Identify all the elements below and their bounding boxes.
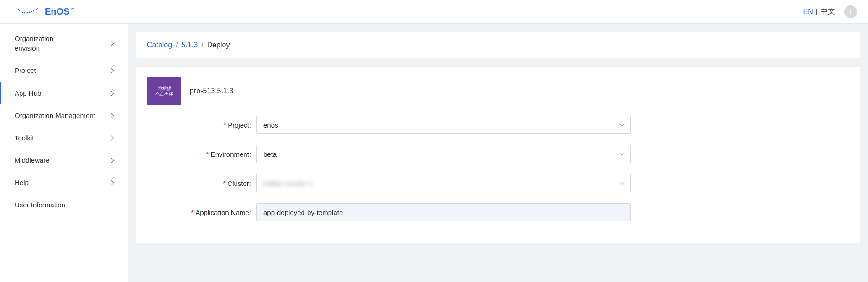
- sidebar-item-middleware[interactable]: Middleware: [0, 149, 128, 171]
- chevron-right-icon: [109, 113, 114, 118]
- sidebar-item-help[interactable]: Help: [0, 171, 128, 194]
- sidebar-item-apphub[interactable]: App Hub: [0, 82, 128, 104]
- form-row-appname: *Application Name:: [147, 203, 849, 221]
- language-switch: EN | 中文: [803, 7, 835, 16]
- svg-point-11: [36, 9, 37, 10]
- logo-text: EnOS™: [45, 6, 74, 17]
- breadcrumb-version-link[interactable]: 5.1.3: [182, 41, 198, 49]
- svg-point-4: [24, 12, 25, 13]
- sidebar-item-label: Middleware: [15, 155, 50, 165]
- chevron-down-icon: [619, 179, 624, 185]
- svg-point-6: [27, 12, 29, 13]
- environment-select[interactable]: beta: [256, 145, 631, 163]
- svg-point-7: [29, 11, 31, 13]
- cluster-select[interactable]: hidden-cluster-1: [256, 174, 631, 192]
- svg-point-12: [37, 8, 38, 9]
- svg-point-5: [26, 12, 27, 14]
- breadcrumb: Catalog / 5.1.3 / Deploy: [136, 32, 860, 58]
- sidebar-item-label: Toolkit: [15, 133, 34, 143]
- chevron-right-icon: [109, 41, 114, 46]
- form-row-project: *Project: enos: [147, 116, 849, 134]
- environment-label: *Environment:: [147, 150, 256, 158]
- sidebar-item-label: Help: [15, 178, 29, 187]
- svg-point-2: [21, 10, 21, 11]
- breadcrumb-current: Deploy: [207, 41, 230, 49]
- lang-separator: |: [816, 8, 818, 16]
- app-header: 为梦想不止不休 pro-513 5.1.3: [147, 77, 849, 105]
- sidebar-item-label: User Information: [15, 200, 65, 210]
- breadcrumb-separator: /: [176, 41, 178, 49]
- form-row-cluster: *Cluster: hidden-cluster-1: [147, 174, 849, 192]
- project-select[interactable]: enos: [256, 116, 631, 134]
- logo[interactable]: EnOS™: [16, 6, 74, 17]
- cluster-label: *Cluster:: [147, 179, 256, 187]
- sidebar-item-project[interactable]: Project: [0, 59, 128, 82]
- svg-point-1: [19, 10, 20, 10]
- sidebar-item-organization[interactable]: Organizationenvision: [0, 27, 128, 59]
- logo-swoosh-icon: [16, 7, 42, 16]
- chevron-right-icon: [109, 91, 114, 96]
- chevron-right-icon: [109, 158, 114, 163]
- svg-point-9: [33, 10, 34, 11]
- sidebar-item-userinfo[interactable]: User Information: [0, 194, 128, 216]
- sidebar-item-orgmgmt[interactable]: Organization Management: [0, 104, 128, 127]
- sidebar: Organizationenvision Project App Hub Org…: [0, 24, 128, 282]
- layout: Organizationenvision Project App Hub Org…: [0, 24, 868, 282]
- sidebar-item-label: Project: [15, 66, 36, 75]
- chevron-right-icon: [109, 68, 114, 73]
- top-header: EnOS™ EN | 中文 j: [0, 0, 868, 24]
- chevron-right-icon: [109, 180, 114, 185]
- sidebar-item-label: Organization Management: [15, 111, 95, 120]
- chevron-down-icon: [619, 150, 624, 155]
- lang-en-link[interactable]: EN: [803, 8, 813, 16]
- sidebar-item-toolkit[interactable]: Toolkit: [0, 127, 128, 149]
- chevron-down-icon: [619, 121, 624, 126]
- svg-point-10: [35, 9, 36, 10]
- app-title: pro-513 5.1.3: [190, 87, 233, 95]
- appname-input[interactable]: [256, 203, 631, 221]
- form-row-environment: *Environment: beta: [147, 145, 849, 163]
- lang-cn-link[interactable]: 中文: [821, 7, 835, 16]
- main-content: Catalog / 5.1.3 / Deploy 为梦想不止不休 pro-513…: [128, 24, 868, 282]
- sidebar-item-label: App Hub: [15, 88, 41, 98]
- project-label: *Project:: [147, 121, 256, 129]
- chevron-right-icon: [109, 135, 114, 140]
- breadcrumb-catalog-link[interactable]: Catalog: [147, 41, 172, 49]
- project-select-value: enos: [263, 121, 278, 129]
- avatar[interactable]: j: [844, 5, 857, 18]
- app-thumbnail: 为梦想不止不休: [147, 77, 181, 105]
- svg-point-8: [31, 11, 32, 12]
- deploy-form-panel: 为梦想不止不休 pro-513 5.1.3 *Project: enos *En…: [136, 67, 860, 243]
- header-right: EN | 中文 j: [803, 5, 857, 18]
- svg-point-0: [18, 8, 19, 9]
- sidebar-item-label: Organizationenvision: [15, 34, 53, 53]
- breadcrumb-separator: /: [201, 41, 203, 49]
- appname-label: *Application Name:: [147, 209, 256, 216]
- cluster-select-value: hidden-cluster-1: [263, 179, 313, 187]
- environment-select-value: beta: [263, 150, 277, 158]
- svg-point-3: [22, 11, 23, 13]
